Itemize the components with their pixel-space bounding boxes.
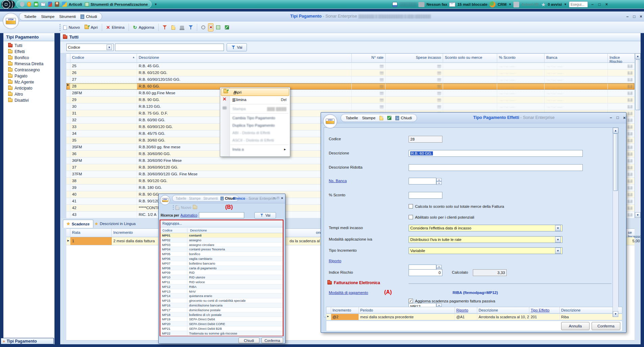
- menu-item-duplica-tipo[interactable]: Duplica Tipo Pagamento: [220, 122, 290, 129]
- col-periodo[interactable]: Periodo: [359, 307, 455, 313]
- menu-strumenti[interactable]: Strumenti: [59, 15, 76, 19]
- ns-banca-link[interactable]: Ns. Banca: [329, 179, 347, 183]
- col-n-rate[interactable]: N° rate: [352, 54, 386, 63]
- esegui-input[interactable]: [569, 1, 588, 7]
- col-spese-incasso[interactable]: Spese incasso: [386, 54, 443, 63]
- taskbar-minimize-icon[interactable]: –: [590, 2, 595, 7]
- col-codice[interactable]: Codice▲: [70, 54, 137, 63]
- excel-icon[interactable]: [387, 116, 391, 120]
- stamp-button[interactable]: [178, 25, 186, 30]
- sidebar-item[interactable]: Rimessa Diretta: [3, 61, 54, 67]
- spin-up-icon[interactable]: ▲: [436, 178, 442, 181]
- chk-sconto-merce[interactable]: Calcola lo sconto solo sul totale merce …: [409, 204, 504, 208]
- blocked-mail-label[interactable]: 15 mail bloccate: [457, 2, 487, 6]
- col-riporto[interactable]: Riporto: [455, 307, 477, 313]
- list-item[interactable]: MP07 bollettino bancario: [160, 261, 283, 266]
- taskbar-overflow-chevron-icon[interactable]: ▼: [154, 3, 157, 6]
- search-field-select[interactable]: Codice▼: [66, 44, 114, 51]
- col-descrizione2[interactable]: Descrizione: [560, 307, 621, 313]
- col-rata[interactable]: Rata: [70, 229, 112, 238]
- list-item[interactable]: MP04 contanti presso Tesoreria: [160, 247, 283, 252]
- chk-clienti-potenziali[interactable]: Abilitato solo per i clienti potenziali: [409, 215, 474, 219]
- hand-icon[interactable]: [20, 2, 24, 7]
- conferma-button[interactable]: Conferma: [592, 322, 620, 330]
- list-item[interactable]: MP17 domiciliazione postale: [160, 308, 283, 313]
- elimina-button[interactable]: ✕Elimina: [104, 24, 127, 30]
- taskbar-maximize-icon[interactable]: □: [597, 2, 602, 7]
- riporto-link[interactable]: Riporto: [329, 259, 341, 263]
- sidebar-item[interactable]: Disattivi: [3, 97, 54, 103]
- tab-scadenze[interactable]: ★Scadenze: [63, 220, 93, 228]
- list-item[interactable]: MP09 RID: [160, 270, 283, 275]
- checkbox-icon[interactable]: [409, 215, 413, 219]
- toolbar-grip[interactable]: [60, 24, 61, 31]
- fax-label[interactable]: Nessun fax: [427, 2, 447, 6]
- window-maximize-icon[interactable]: □: [632, 14, 637, 19]
- history-button[interactable]: [199, 24, 207, 30]
- grid-vertical-scrollbar[interactable]: ▲ ▼: [635, 53, 641, 218]
- scroll-up-icon[interactable]: ▲: [613, 128, 618, 133]
- taskbar-tab-strumenti[interactable]: Strumenti di Personalizzazione: [85, 2, 148, 6]
- elenco-conferma-button[interactable]: Conferma: [261, 338, 283, 343]
- col-descrizione[interactable]: Descrizione: [187, 228, 207, 232]
- fax-icon[interactable]: [418, 2, 424, 7]
- list-item[interactable]: MP02 assegno: [160, 238, 283, 243]
- chevron-down-icon[interactable]: ▼: [107, 45, 112, 50]
- export-grid-button[interactable]: [214, 24, 222, 30]
- sidebar-item[interactable]: Effetti: [3, 49, 54, 55]
- list-item[interactable]: MP03 assegno circolare: [160, 243, 283, 247]
- toolbar-grip[interactable]: [173, 205, 174, 210]
- col-codice[interactable]: Codice: [160, 228, 187, 232]
- scroll-thumb[interactable]: [613, 133, 618, 191]
- dialog-scrollbar[interactable]: ▲ ▼: [613, 128, 618, 317]
- mail-icon[interactable]: [41, 2, 45, 6]
- descrizione-ridotta-input[interactable]: [409, 164, 583, 171]
- menu-stampe[interactable]: Stampe: [362, 116, 375, 120]
- notes-label[interactable]: ▒▒▒▒▒▒▒: [399, 2, 416, 6]
- menu-item-apri[interactable]: ↗ AApri: [221, 88, 289, 96]
- group-band[interactable]: Raggruppa...: [160, 220, 283, 227]
- dialog-maximize-icon[interactable]: □: [615, 115, 620, 120]
- col-indice-rischio[interactable]: Indice Rischio: [608, 54, 634, 63]
- filter-button[interactable]: [187, 24, 195, 30]
- window-minimize-icon[interactable]: –: [625, 14, 630, 19]
- map-icon[interactable]: [48, 2, 52, 7]
- note-button[interactable]: [169, 24, 177, 31]
- person-icon[interactable]: [55, 2, 59, 7]
- crm-icon[interactable]: [489, 1, 496, 7]
- spin-down-icon[interactable]: ▼: [436, 181, 442, 185]
- window-close-icon[interactable]: ×: [639, 14, 643, 19]
- list-item[interactable]: MP10 RID utenze: [160, 275, 283, 280]
- list-item[interactable]: MP12 RIBA: [160, 284, 283, 289]
- crm-chevron-icon[interactable]: ▼: [508, 3, 511, 6]
- elenco-vai-button[interactable]: Vai: [254, 212, 276, 219]
- checkbox-checked-icon[interactable]: ✓: [409, 299, 413, 303]
- menu-item-elimina[interactable]: ✕ EElimina Del: [220, 96, 290, 103]
- list-item[interactable]: MP20 SEPA Direct Debit CORE: [160, 322, 283, 326]
- scroll-up-icon[interactable]: ▲: [635, 53, 641, 59]
- menu-item-invia[interactable]: Invia a►: [220, 146, 290, 153]
- apri-button[interactable]: ↗Apri: [83, 24, 99, 30]
- list-item[interactable]: MP14 quietanza erario: [160, 294, 283, 298]
- table-row[interactable]: 26 R.B. 60/120 GG.: [66, 70, 635, 76]
- sidebar-item[interactable]: Pagato: [3, 73, 54, 79]
- menu-chiudi[interactable]: Chiudi: [395, 116, 412, 120]
- indice-rischio-input[interactable]: 0: [409, 269, 442, 276]
- list-item[interactable]: MP21 SEPA Direct Debit B2B: [160, 326, 283, 331]
- tempi-medi-select[interactable]: Considera l'effettiva data di incasso▼: [409, 225, 562, 231]
- yellow-note-icon[interactable]: [380, 116, 383, 120]
- blocked-mail-icon[interactable]: [449, 2, 455, 7]
- spin-up-icon[interactable]: ▲: [436, 265, 442, 268]
- tipo-incremento-select[interactable]: Variabile▼: [409, 247, 562, 254]
- col-tipo-effetto[interactable]: Tipo Effetto: [529, 307, 560, 313]
- search-input[interactable]: [115, 44, 224, 51]
- sidebar-item[interactable]: Tutti: [3, 43, 54, 49]
- descrizione-input[interactable]: R.B. 60 GG.: [409, 150, 583, 157]
- taskbar-tab-articoli[interactable]: Articoli: [62, 2, 82, 7]
- scroll-thumb[interactable]: [635, 59, 640, 110]
- sidebar-item[interactable]: Bonifico: [3, 55, 54, 61]
- avvisi-star-icon[interactable]: ★: [541, 1, 546, 8]
- list-item[interactable]: MP08 carta di pagamento: [160, 266, 283, 271]
- menu-item-cambia-tipo[interactable]: Cambia Tipo Pagamento: [220, 114, 290, 122]
- dialog-grid-row[interactable]: ► @2 mesi dalla scadenza precedente @A1 …: [326, 314, 622, 320]
